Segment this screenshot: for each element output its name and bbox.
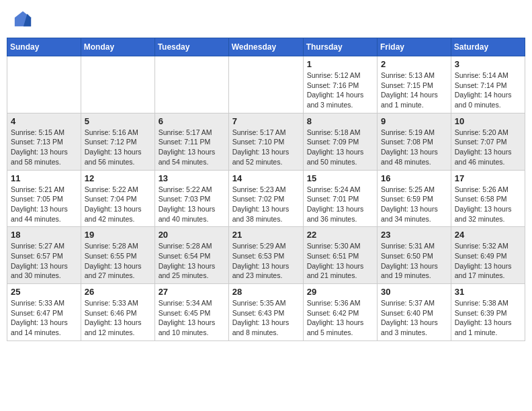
- day-info: Sunrise: 5:26 AMSunset: 6:58 PMDaylight:…: [455, 185, 521, 224]
- calendar-cell: 21Sunrise: 5:29 AMSunset: 6:53 PMDayligh…: [228, 227, 303, 284]
- day-info: Sunrise: 5:16 AMSunset: 7:12 PMDaylight:…: [85, 128, 151, 167]
- day-info: Sunrise: 5:28 AMSunset: 6:54 PMDaylight:…: [159, 241, 225, 281]
- day-info: Sunrise: 5:25 AMSunset: 6:59 PMDaylight:…: [381, 185, 447, 224]
- day-number: 19: [85, 230, 151, 240]
- day-info: Sunrise: 5:35 AMSunset: 6:43 PMDaylight:…: [232, 298, 300, 338]
- calendar-cell: 8Sunrise: 5:18 AMSunset: 7:09 PMDaylight…: [303, 113, 377, 170]
- calendar-cell: 22Sunrise: 5:30 AMSunset: 6:51 PMDayligh…: [303, 227, 377, 284]
- day-number: 17: [455, 173, 521, 183]
- calendar-cell: [81, 56, 154, 113]
- day-info: Sunrise: 5:22 AMSunset: 7:04 PMDaylight:…: [85, 185, 151, 224]
- day-info: Sunrise: 5:12 AMSunset: 7:16 PMDaylight:…: [307, 71, 373, 110]
- day-info: Sunrise: 5:33 AMSunset: 6:46 PMDaylight:…: [85, 298, 151, 338]
- day-number: 13: [159, 173, 225, 183]
- page-header: [7, 7, 525, 32]
- weekday-header-sunday: Sunday: [7, 38, 81, 56]
- calendar-cell: [154, 56, 228, 113]
- day-info: Sunrise: 5:19 AMSunset: 7:08 PMDaylight:…: [381, 128, 447, 167]
- day-number: 12: [85, 173, 151, 183]
- calendar-cell: 4Sunrise: 5:15 AMSunset: 7:13 PMDaylight…: [7, 113, 81, 170]
- weekday-header-friday: Friday: [378, 38, 451, 56]
- calendar-cell: 3Sunrise: 5:14 AMSunset: 7:14 PMDaylight…: [451, 56, 525, 113]
- calendar-week-row: 1Sunrise: 5:12 AMSunset: 7:16 PMDaylight…: [7, 56, 525, 113]
- calendar-week-row: 4Sunrise: 5:15 AMSunset: 7:13 PMDaylight…: [7, 113, 525, 170]
- weekday-header-monday: Monday: [81, 38, 154, 56]
- day-info: Sunrise: 5:28 AMSunset: 6:55 PMDaylight:…: [85, 241, 151, 281]
- calendar-cell: 13Sunrise: 5:22 AMSunset: 7:03 PMDayligh…: [154, 170, 228, 227]
- calendar-cell: [228, 56, 303, 113]
- calendar-cell: 11Sunrise: 5:21 AMSunset: 7:05 PMDayligh…: [7, 170, 81, 227]
- day-info: Sunrise: 5:30 AMSunset: 6:51 PMDaylight:…: [307, 241, 373, 281]
- day-info: Sunrise: 5:17 AMSunset: 7:11 PMDaylight:…: [159, 128, 225, 167]
- day-number: 8: [307, 116, 373, 126]
- logo-icon: [13, 10, 32, 29]
- day-info: Sunrise: 5:34 AMSunset: 6:45 PMDaylight:…: [159, 298, 225, 338]
- calendar-cell: 16Sunrise: 5:25 AMSunset: 6:59 PMDayligh…: [378, 170, 451, 227]
- calendar-cell: 2Sunrise: 5:13 AMSunset: 7:15 PMDaylight…: [378, 56, 451, 113]
- day-number: 1: [307, 59, 373, 69]
- day-number: 7: [232, 116, 300, 126]
- day-number: 16: [381, 173, 447, 183]
- calendar-cell: 20Sunrise: 5:28 AMSunset: 6:54 PMDayligh…: [154, 227, 228, 284]
- logo: [13, 10, 35, 29]
- calendar-week-row: 25Sunrise: 5:33 AMSunset: 6:47 PMDayligh…: [7, 284, 525, 341]
- day-number: 14: [232, 173, 300, 183]
- day-number: 9: [381, 116, 447, 126]
- day-number: 10: [455, 116, 521, 126]
- calendar-cell: [7, 56, 81, 113]
- weekday-header-thursday: Thursday: [303, 38, 377, 56]
- day-info: Sunrise: 5:27 AMSunset: 6:57 PMDaylight:…: [11, 241, 77, 281]
- day-number: 5: [85, 116, 151, 126]
- day-info: Sunrise: 5:23 AMSunset: 7:02 PMDaylight:…: [232, 185, 300, 224]
- day-info: Sunrise: 5:14 AMSunset: 7:14 PMDaylight:…: [455, 71, 521, 110]
- calendar-cell: 25Sunrise: 5:33 AMSunset: 6:47 PMDayligh…: [7, 284, 81, 341]
- day-number: 26: [85, 287, 151, 297]
- day-number: 11: [11, 173, 77, 183]
- calendar-cell: 14Sunrise: 5:23 AMSunset: 7:02 PMDayligh…: [228, 170, 303, 227]
- calendar-cell: 10Sunrise: 5:20 AMSunset: 7:07 PMDayligh…: [451, 113, 525, 170]
- calendar-cell: 28Sunrise: 5:35 AMSunset: 6:43 PMDayligh…: [228, 284, 303, 341]
- day-number: 22: [307, 230, 373, 240]
- day-info: Sunrise: 5:33 AMSunset: 6:47 PMDaylight:…: [11, 298, 77, 338]
- day-info: Sunrise: 5:20 AMSunset: 7:07 PMDaylight:…: [455, 128, 521, 167]
- calendar-cell: 31Sunrise: 5:38 AMSunset: 6:39 PMDayligh…: [451, 284, 525, 341]
- day-info: Sunrise: 5:18 AMSunset: 7:09 PMDaylight:…: [307, 128, 373, 167]
- day-number: 25: [11, 287, 77, 297]
- day-number: 2: [381, 59, 447, 69]
- calendar-cell: 15Sunrise: 5:24 AMSunset: 7:01 PMDayligh…: [303, 170, 377, 227]
- calendar-cell: 7Sunrise: 5:17 AMSunset: 7:10 PMDaylight…: [228, 113, 303, 170]
- calendar-cell: 1Sunrise: 5:12 AMSunset: 7:16 PMDaylight…: [303, 56, 377, 113]
- day-info: Sunrise: 5:38 AMSunset: 6:39 PMDaylight:…: [455, 298, 521, 338]
- day-info: Sunrise: 5:15 AMSunset: 7:13 PMDaylight:…: [11, 128, 77, 167]
- day-number: 6: [159, 116, 225, 126]
- weekday-header-tuesday: Tuesday: [154, 38, 228, 56]
- day-number: 3: [455, 59, 521, 69]
- day-number: 27: [159, 287, 225, 297]
- day-info: Sunrise: 5:32 AMSunset: 6:49 PMDaylight:…: [455, 241, 521, 281]
- day-number: 23: [381, 230, 447, 240]
- calendar-cell: 5Sunrise: 5:16 AMSunset: 7:12 PMDaylight…: [81, 113, 154, 170]
- weekday-header-saturday: Saturday: [451, 38, 525, 56]
- day-number: 21: [232, 230, 300, 240]
- day-info: Sunrise: 5:22 AMSunset: 7:03 PMDaylight:…: [159, 185, 225, 224]
- calendar-week-row: 11Sunrise: 5:21 AMSunset: 7:05 PMDayligh…: [7, 170, 525, 227]
- calendar-cell: 6Sunrise: 5:17 AMSunset: 7:11 PMDaylight…: [154, 113, 228, 170]
- weekday-header-wednesday: Wednesday: [228, 38, 303, 56]
- calendar-cell: 12Sunrise: 5:22 AMSunset: 7:04 PMDayligh…: [81, 170, 154, 227]
- calendar-cell: 19Sunrise: 5:28 AMSunset: 6:55 PMDayligh…: [81, 227, 154, 284]
- calendar-cell: 24Sunrise: 5:32 AMSunset: 6:49 PMDayligh…: [451, 227, 525, 284]
- day-number: 24: [455, 230, 521, 240]
- day-number: 30: [381, 287, 447, 297]
- day-info: Sunrise: 5:37 AMSunset: 6:40 PMDaylight:…: [381, 298, 447, 338]
- calendar-table: SundayMondayTuesdayWednesdayThursdayFrid…: [7, 38, 525, 341]
- day-number: 20: [159, 230, 225, 240]
- day-info: Sunrise: 5:17 AMSunset: 7:10 PMDaylight:…: [232, 128, 300, 167]
- calendar-week-row: 18Sunrise: 5:27 AMSunset: 6:57 PMDayligh…: [7, 227, 525, 284]
- day-info: Sunrise: 5:29 AMSunset: 6:53 PMDaylight:…: [232, 241, 300, 281]
- calendar-cell: 17Sunrise: 5:26 AMSunset: 6:58 PMDayligh…: [451, 170, 525, 227]
- calendar-cell: 27Sunrise: 5:34 AMSunset: 6:45 PMDayligh…: [154, 284, 228, 341]
- weekday-header-row: SundayMondayTuesdayWednesdayThursdayFrid…: [7, 38, 525, 56]
- day-info: Sunrise: 5:24 AMSunset: 7:01 PMDaylight:…: [307, 185, 373, 224]
- calendar-cell: 9Sunrise: 5:19 AMSunset: 7:08 PMDaylight…: [378, 113, 451, 170]
- day-number: 29: [307, 287, 373, 297]
